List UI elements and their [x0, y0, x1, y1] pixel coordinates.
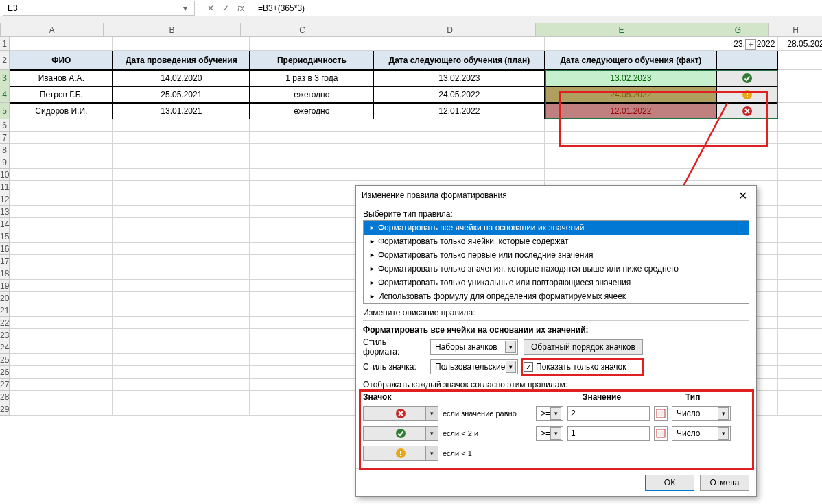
cell-C8[interactable] [250, 144, 373, 156]
rule-type-item[interactable]: ►Форматировать только ячейки, которые со… [364, 235, 749, 248]
cell-H23[interactable] [778, 329, 822, 341]
cell-A14[interactable] [10, 218, 113, 230]
chevron-down-icon[interactable]: ▾ [506, 361, 517, 373]
cell-A2[interactable]: ФИО [10, 51, 113, 70]
row-header-3[interactable]: 3 [0, 70, 10, 86]
cell-G8[interactable] [716, 144, 778, 156]
row-header-5[interactable]: 5 [0, 103, 10, 119]
cell-E2[interactable]: Дата следующего обучения (факт) [545, 51, 716, 70]
row-header-23[interactable]: 23 [0, 329, 10, 341]
cell-A1[interactable] [10, 37, 113, 51]
cell-D5[interactable]: 12.01.2022 [373, 103, 545, 119]
cell-A9[interactable] [10, 156, 113, 169]
cell-A4[interactable]: Петров Г.Б. [10, 86, 113, 103]
cell-D3[interactable]: 13.02.2023 [373, 70, 545, 86]
cell-H26[interactable] [778, 366, 822, 379]
cell-B6[interactable] [113, 119, 250, 132]
chevron-down-icon[interactable]: ▾ [180, 3, 190, 13]
cell-E8[interactable] [545, 144, 716, 156]
type-combo[interactable]: Число▾ [672, 406, 731, 421]
rule-type-list[interactable]: ►Форматировать все ячейки на основании и… [363, 220, 749, 304]
cell-C10[interactable] [250, 169, 373, 181]
cell-G3[interactable] [716, 70, 778, 86]
cell-H4[interactable] [778, 86, 822, 103]
row-header-29[interactable]: 29 [0, 403, 10, 416]
row-header-19[interactable]: 19 [0, 280, 10, 292]
cell-A10[interactable] [10, 169, 113, 181]
cell-A22[interactable] [10, 317, 113, 329]
row-header-2[interactable]: 2 [0, 51, 10, 70]
chevron-down-icon[interactable]: ▾ [425, 407, 438, 420]
cell-B19[interactable] [113, 280, 250, 292]
rule-type-item[interactable]: ►Форматировать все ячейки на основании и… [364, 221, 749, 235]
cell-C7[interactable] [250, 132, 373, 144]
cell-H27[interactable] [778, 379, 822, 391]
cell-B9[interactable] [113, 156, 250, 169]
cell-H25[interactable] [778, 354, 822, 366]
cell-B10[interactable] [113, 169, 250, 181]
chevron-down-icon[interactable]: ▾ [425, 446, 438, 460]
cell-E9[interactable] [545, 156, 716, 169]
cell-H7[interactable] [778, 132, 822, 144]
row-header-26[interactable]: 26 [0, 366, 10, 379]
cell-B12[interactable] [113, 193, 250, 206]
cell-A27[interactable] [10, 379, 113, 391]
row-header-17[interactable]: 17 [0, 255, 10, 267]
cell-H15[interactable] [778, 230, 822, 243]
cell-D1[interactable] [373, 37, 545, 51]
operator-combo[interactable]: >= ▾ [536, 426, 563, 441]
cell-D4[interactable]: 24.05.2022 [373, 86, 545, 103]
ok-button[interactable]: ОК [645, 475, 694, 491]
row-header-13[interactable]: 13 [0, 206, 10, 218]
row-header-14[interactable]: 14 [0, 218, 10, 230]
cell-A6[interactable] [10, 119, 113, 132]
cell-A28[interactable] [10, 391, 113, 403]
col-header-C[interactable]: C [241, 23, 364, 37]
cell-H13[interactable] [778, 206, 822, 218]
col-header-E[interactable]: E [536, 23, 707, 37]
col-header-D[interactable]: D [364, 23, 536, 37]
row-header-28[interactable]: 28 [0, 391, 10, 403]
cell-G7[interactable] [716, 132, 778, 144]
cell-C9[interactable] [250, 156, 373, 169]
row-header-25[interactable]: 25 [0, 354, 10, 366]
cell-E4[interactable]: 24.05.2022 [545, 86, 716, 103]
cell-A21[interactable] [10, 304, 113, 317]
cell-C5[interactable]: ежегодно [250, 103, 373, 119]
cell-B23[interactable] [113, 329, 250, 341]
row-header-1[interactable]: 1 [0, 37, 10, 51]
icon-picker[interactable]: ▾ [363, 406, 438, 421]
row-header-16[interactable]: 16 [0, 243, 10, 255]
cell-H22[interactable] [778, 317, 822, 329]
cell-A17[interactable] [10, 255, 113, 267]
cell-B3[interactable]: 14.02.2020 [113, 70, 250, 86]
cell-G6[interactable] [716, 119, 778, 132]
row-header-10[interactable]: 10 [0, 169, 10, 181]
icon-style-combo[interactable]: Пользовательские ▾ [430, 359, 518, 374]
cell-A13[interactable] [10, 206, 113, 218]
cell-B11[interactable] [113, 181, 250, 193]
cell-B29[interactable] [113, 403, 250, 416]
formula-input[interactable] [254, 1, 822, 16]
row-header-8[interactable]: 8 [0, 144, 10, 156]
type-combo[interactable]: Число▾ [672, 426, 731, 441]
cell-A26[interactable] [10, 366, 113, 379]
cell-B2[interactable]: Дата проведения обучения [113, 51, 250, 70]
reverse-order-button[interactable]: Обратный порядок значков [524, 339, 643, 355]
chevron-down-icon[interactable]: ▾ [505, 341, 516, 353]
cell-B28[interactable] [113, 391, 250, 403]
cell-G4[interactable] [716, 86, 778, 103]
row-header-9[interactable]: 9 [0, 156, 10, 169]
col-header-B[interactable]: B [104, 23, 241, 37]
cell-D10[interactable] [373, 169, 545, 181]
cancel-button[interactable]: Отмена [700, 475, 749, 491]
cell-H8[interactable] [778, 144, 822, 156]
plus-icon[interactable]: + [745, 39, 756, 50]
cell-B24[interactable] [113, 341, 250, 354]
cell-B14[interactable] [113, 218, 250, 230]
cell-E3[interactable]: 13.02.2023 [545, 70, 716, 86]
cell-C3[interactable]: 1 раз в 3 года [250, 70, 373, 86]
cell-D9[interactable] [373, 156, 545, 169]
cell-E5[interactable]: 12.01.2022 [545, 103, 716, 119]
row-header-6[interactable]: 6 [0, 119, 10, 132]
